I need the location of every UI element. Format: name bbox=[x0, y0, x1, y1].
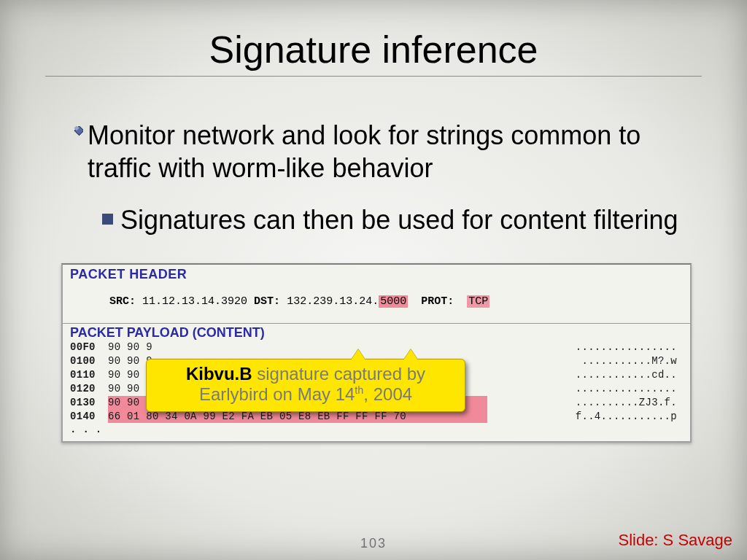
src-value: 11.12.13.14.3920 bbox=[142, 295, 247, 308]
diamond-bullet-icon bbox=[70, 126, 83, 139]
slide-title: Signature inference bbox=[0, 28, 747, 71]
src-label: SRC: bbox=[109, 295, 136, 308]
callout-bold: Kibvu.B bbox=[186, 364, 252, 384]
packet-header-label: PACKET HEADER bbox=[63, 265, 690, 282]
bullet-level1: Monitor network and look for strings com… bbox=[70, 119, 680, 184]
content-area: Monitor network and look for strings com… bbox=[70, 119, 680, 237]
packet-payload-label: PACKET PAYLOAD (CONTENT) bbox=[63, 324, 690, 341]
hex-row-ellipsis: . . . bbox=[70, 423, 683, 437]
callout-line1: Kibvu.B signature captured by bbox=[157, 364, 454, 384]
callout-pointer-icon bbox=[351, 349, 365, 360]
dst-value: 132.239.13.24. bbox=[287, 295, 379, 308]
bullet-level2: Signatures can then be used for content … bbox=[102, 203, 680, 237]
square-bullet-icon bbox=[102, 214, 113, 225]
dst-label: DST: bbox=[254, 295, 280, 308]
callout-pointer-icon bbox=[403, 349, 418, 360]
page-number-stub: 103 bbox=[360, 536, 387, 551]
prot-value-highlight: TCP bbox=[467, 295, 489, 308]
prot-label: PROT: bbox=[421, 295, 454, 308]
callout-line2: Earlybird on May 14th, 2004 bbox=[157, 384, 454, 405]
title-underline bbox=[45, 76, 702, 77]
bullet2-text: Signatures can then be used for content … bbox=[120, 203, 678, 237]
callout-box: Kibvu.B signature captured by Earlybird … bbox=[146, 359, 465, 412]
dst-port-highlight: 5000 bbox=[379, 295, 408, 308]
packet-header-line: SRC: 11.12.13.14.3920 DST: 132.239.13.24… bbox=[63, 282, 690, 323]
packet-diagram: PACKET HEADER SRC: 11.12.13.14.3920 DST:… bbox=[61, 263, 692, 443]
bullet1-text: Monitor network and look for strings com… bbox=[88, 119, 680, 184]
hex-row: 00F090 90 9................ bbox=[70, 341, 683, 354]
slide-credit: Slide: S Savage bbox=[618, 531, 732, 550]
